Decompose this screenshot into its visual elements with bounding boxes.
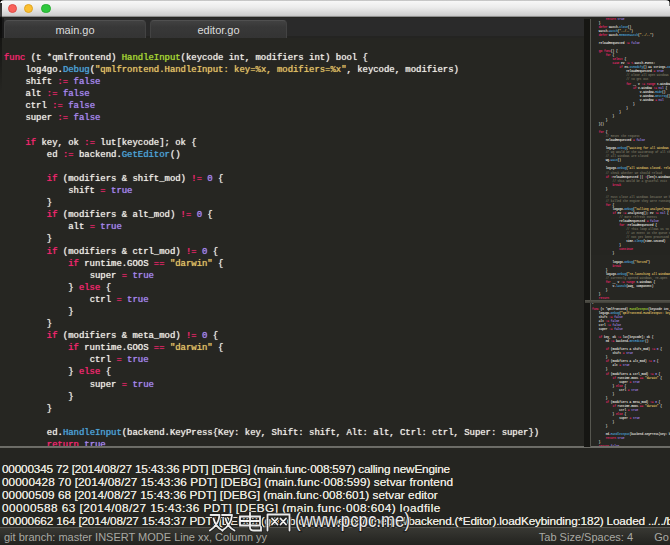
svg-text:(www.pcpc.me): (www.pcpc.me) — [295, 510, 410, 531]
